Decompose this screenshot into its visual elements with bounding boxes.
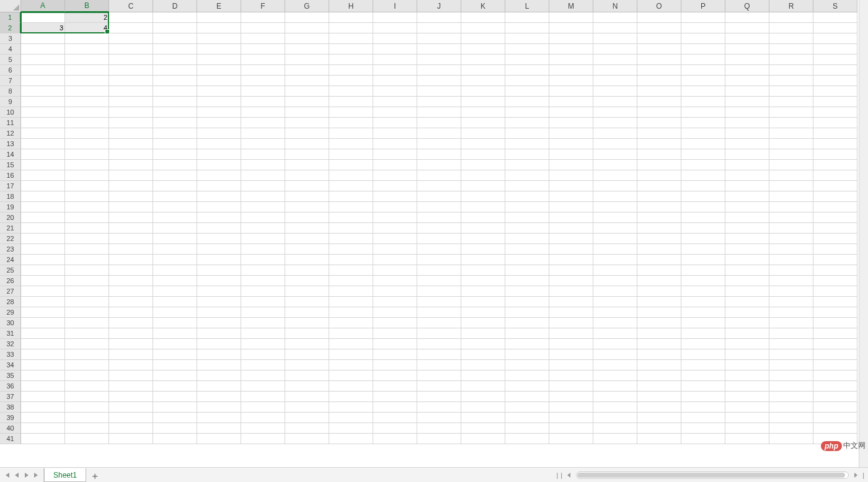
cell[interactable]	[285, 402, 329, 413]
cell[interactable]	[153, 413, 197, 423]
cell[interactable]	[153, 392, 197, 402]
cell[interactable]	[769, 381, 813, 392]
cell[interactable]	[549, 265, 593, 276]
cell[interactable]	[769, 139, 813, 149]
cell[interactable]	[373, 223, 417, 234]
cell[interactable]	[21, 265, 65, 276]
cell[interactable]	[241, 413, 285, 423]
cell[interactable]	[241, 276, 285, 286]
cell[interactable]	[637, 349, 681, 360]
cell[interactable]	[549, 434, 593, 444]
cell[interactable]	[329, 328, 373, 339]
cell[interactable]	[813, 307, 857, 318]
cell[interactable]	[505, 12, 549, 23]
cell[interactable]	[197, 181, 241, 191]
cell[interactable]	[637, 244, 681, 255]
cell[interactable]	[505, 118, 549, 128]
cell[interactable]	[241, 191, 285, 202]
cell[interactable]	[65, 255, 109, 265]
cell[interactable]	[109, 170, 153, 181]
row-header[interactable]: 4	[0, 44, 21, 55]
cell[interactable]	[109, 33, 153, 44]
cell[interactable]	[725, 170, 769, 181]
column-header[interactable]: C	[109, 0, 153, 12]
row-header[interactable]: 9	[0, 97, 21, 107]
cell[interactable]	[417, 202, 461, 213]
cell[interactable]	[417, 139, 461, 149]
cell[interactable]	[65, 360, 109, 370]
cell[interactable]	[593, 318, 637, 328]
cell[interactable]	[153, 234, 197, 244]
cell[interactable]	[769, 97, 813, 107]
cell[interactable]	[769, 118, 813, 128]
cell[interactable]	[241, 328, 285, 339]
cell[interactable]	[769, 170, 813, 181]
cell[interactable]	[417, 381, 461, 392]
cell[interactable]	[417, 33, 461, 44]
cell[interactable]	[65, 223, 109, 234]
cell[interactable]	[153, 12, 197, 23]
cell[interactable]	[153, 97, 197, 107]
cell[interactable]	[109, 370, 153, 381]
cell[interactable]	[373, 255, 417, 265]
cell[interactable]	[21, 107, 65, 118]
cell[interactable]	[65, 392, 109, 402]
cell[interactable]	[637, 191, 681, 202]
cell[interactable]	[329, 86, 373, 97]
cell[interactable]	[461, 234, 505, 244]
cell[interactable]	[681, 202, 725, 213]
cell[interactable]	[505, 191, 549, 202]
cell[interactable]	[153, 191, 197, 202]
cell[interactable]	[593, 191, 637, 202]
cell[interactable]	[197, 86, 241, 97]
cell[interactable]	[505, 97, 549, 107]
cell[interactable]	[153, 160, 197, 170]
cell[interactable]	[681, 244, 725, 255]
cell[interactable]	[549, 128, 593, 139]
sheet-nav-first-icon[interactable]	[2, 470, 11, 481]
cell[interactable]	[549, 360, 593, 370]
sheet-nav-next-icon[interactable]	[22, 470, 31, 481]
column-header[interactable]: E	[197, 0, 241, 12]
cell[interactable]	[461, 181, 505, 191]
cell[interactable]	[373, 107, 417, 118]
cell[interactable]	[637, 12, 681, 23]
cell[interactable]	[681, 181, 725, 191]
cell[interactable]	[241, 402, 285, 413]
cell[interactable]	[593, 160, 637, 170]
cell[interactable]	[769, 339, 813, 349]
cell[interactable]	[329, 402, 373, 413]
cell[interactable]	[197, 160, 241, 170]
cell[interactable]	[109, 413, 153, 423]
cell[interactable]	[725, 423, 769, 434]
cell[interactable]	[813, 128, 857, 139]
cell[interactable]	[637, 76, 681, 86]
cell[interactable]	[813, 392, 857, 402]
cell[interactable]	[417, 413, 461, 423]
cell[interactable]	[329, 234, 373, 244]
cell[interactable]	[417, 107, 461, 118]
cell[interactable]	[637, 118, 681, 128]
cell[interactable]	[329, 434, 373, 444]
cell[interactable]	[769, 12, 813, 23]
cell[interactable]	[21, 413, 65, 423]
cell[interactable]	[681, 349, 725, 360]
cell[interactable]	[769, 213, 813, 223]
cell[interactable]	[109, 244, 153, 255]
cell[interactable]	[417, 339, 461, 349]
cell[interactable]	[549, 44, 593, 55]
cell[interactable]	[681, 360, 725, 370]
cell[interactable]	[153, 86, 197, 97]
cell[interactable]	[197, 402, 241, 413]
cell[interactable]	[813, 234, 857, 244]
row-header[interactable]: 1	[0, 12, 21, 23]
cell[interactable]	[461, 160, 505, 170]
cell[interactable]	[153, 107, 197, 118]
cell[interactable]	[285, 381, 329, 392]
cell[interactable]	[373, 265, 417, 276]
cell[interactable]	[65, 381, 109, 392]
cell[interactable]	[417, 76, 461, 86]
cell[interactable]	[109, 118, 153, 128]
cell[interactable]	[329, 244, 373, 255]
cell[interactable]	[461, 23, 505, 33]
